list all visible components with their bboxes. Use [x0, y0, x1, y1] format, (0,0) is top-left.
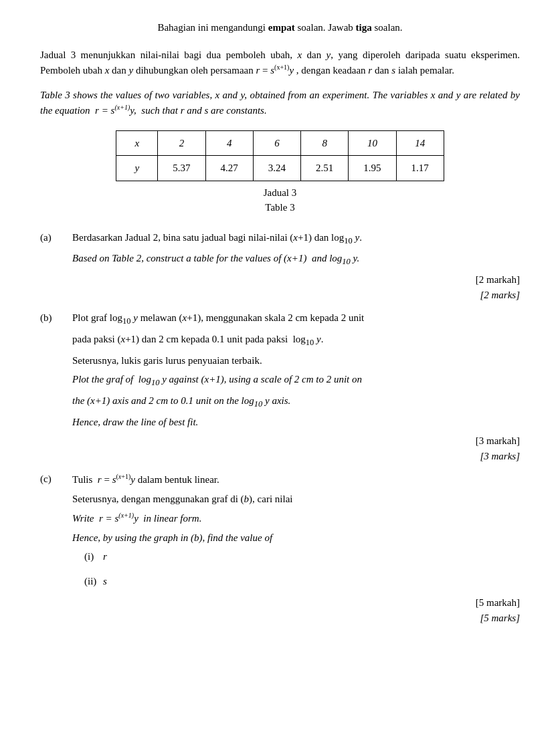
part-c-ms2: Seterusnya, dengan menggunakan graf di (…	[72, 492, 520, 507]
part-a-marks: [2 markah] [2 marks]	[72, 272, 520, 302]
question-part-b: (b) Plot graf log10 y melawan (x+1), men…	[40, 310, 520, 465]
cell-3.24: 3.24	[253, 156, 300, 181]
col-x: x	[116, 130, 158, 156]
data-table: x 2 4 6 8 10 14 y 5.37 4.27 3.24 2.51 1.…	[116, 130, 444, 181]
cell-5.37: 5.37	[158, 156, 205, 181]
col-2: 2	[158, 130, 205, 156]
col-8: 8	[301, 130, 349, 156]
part-b-en2: the (x+1) axis and 2 cm to 0.1 unit on t…	[72, 393, 520, 411]
part-b-ms2: pada paksi (x+1) dan 2 cm kepada 0.1 uni…	[72, 332, 520, 349]
part-c-label: (c)	[40, 471, 72, 487]
sub-question-i: (i) r	[72, 549, 520, 564]
cell-2.51: 2.51	[301, 156, 349, 181]
cell-1.17: 1.17	[396, 156, 444, 181]
part-b-ms1: Plot graf log10 y melawan (x+1), menggun…	[72, 310, 520, 328]
sub-i-label: (i)	[72, 549, 103, 564]
part-b-en1: Plot the graf of log10 y against (x+1), …	[72, 372, 520, 389]
col-6: 6	[253, 130, 300, 156]
col-14: 14	[396, 130, 444, 156]
cell-4.27: 4.27	[205, 156, 253, 181]
intro-malay: Jadual 3 menunjukkan nilai-nilai bagi du…	[40, 47, 520, 78]
instruction-text: Bahagian ini mengandungi empat soalan. J…	[157, 22, 402, 33]
part-a-en: Based on Table 2, construct a table for …	[72, 251, 520, 268]
table-data-row: y 5.37 4.27 3.24 2.51 1.95 1.17	[116, 156, 444, 181]
question-section: (a) Berdasarkan Jadual 2, bina satu jadu…	[40, 230, 520, 627]
sub-i-value: r	[103, 549, 107, 564]
part-b-label: (b)	[40, 310, 72, 326]
question-part-a: (a) Berdasarkan Jadual 2, bina satu jadu…	[40, 230, 520, 304]
row-y-label: y	[116, 156, 158, 181]
part-c-content: Tulis r = s(x+1)y dalam bentuk linear. S…	[72, 471, 520, 627]
part-b-ms3: Seterusnya, lukis garis lurus penyuaian …	[72, 353, 520, 368]
question-part-c: (c) Tulis r = s(x+1)y dalam bentuk linea…	[40, 471, 520, 627]
part-c-marks: [5 markah] [5 marks]	[72, 595, 520, 625]
col-10: 10	[349, 130, 396, 156]
sub-ii-value: s	[103, 574, 107, 589]
part-a-label: (a)	[40, 230, 72, 245]
part-c-en2: Hence, by using the graph in (b), find t…	[72, 530, 520, 546]
table-container: x 2 4 6 8 10 14 y 5.37 4.27 3.24 2.51 1.…	[40, 130, 520, 215]
col-4: 4	[205, 130, 253, 156]
part-c-en1: Write r = s(x+1)y in linear form.	[72, 510, 520, 526]
part-b-en3: Hence, draw the line of best fit.	[72, 415, 520, 430]
sub-ii-label: (ii)	[72, 574, 103, 589]
intro-english: Table 3 shows the values of two variable…	[40, 88, 520, 118]
cell-1.95: 1.95	[349, 156, 396, 181]
part-a-ms: Berdasarkan Jadual 2, bina satu jadual b…	[72, 230, 520, 247]
part-b-marks: [3 markah] [3 marks]	[72, 433, 520, 463]
part-c-ms1: Tulis r = s(x+1)y dalam bentuk linear.	[72, 471, 520, 488]
table-caption: Jadual 3 Table 3	[264, 185, 297, 215]
part-b-content: Plot graf log10 y melawan (x+1), menggun…	[72, 310, 520, 465]
table-header-row: x 2 4 6 8 10 14	[116, 130, 444, 156]
header-instruction: Bahagian ini mengandungi empat soalan. J…	[40, 20, 520, 35]
sub-question-ii: (ii) s	[72, 574, 520, 589]
part-a-content: Berdasarkan Jadual 2, bina satu jadual b…	[72, 230, 520, 304]
